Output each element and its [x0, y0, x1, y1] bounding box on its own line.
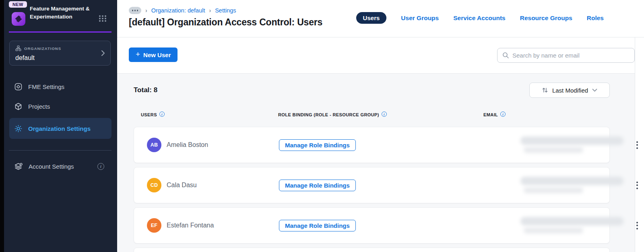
info-icon[interactable]: i	[500, 112, 506, 117]
info-icon[interactable]: i	[97, 163, 104, 170]
info-icon[interactable]: i	[159, 112, 165, 117]
sidebar: NEW Feature Management & Experimentation	[4, 0, 117, 252]
organization-selector[interactable]: ORGANIZATIONS default	[9, 41, 111, 66]
app-window: NEW Feature Management & Experimentation	[0, 0, 644, 252]
search-input[interactable]	[512, 52, 630, 59]
sidebar-item-fme-settings[interactable]: FME Settings	[9, 79, 111, 94]
chevron-right-icon	[101, 50, 105, 56]
sidebar-divider	[9, 150, 111, 151]
column-role-binding: ROLE BINDING (ROLE - RESOURCE GROUP) i	[278, 112, 483, 117]
total-count: Total: 8	[134, 86, 157, 94]
main-area: › Organization: default › Settings [defa…	[117, 0, 644, 252]
cube-icon	[14, 102, 23, 111]
avatar: CD	[147, 178, 161, 192]
content-right-border	[635, 37, 635, 252]
access-control-tabs: Users User Groups Service Accounts Resou…	[356, 12, 604, 24]
app-switcher-icon[interactable]	[99, 15, 107, 22]
app-logo-icon	[11, 12, 26, 26]
brand-accent-line	[9, 31, 111, 33]
table-row: AB Amelia Boston Manage Role Bindings	[134, 127, 610, 163]
new-user-button[interactable]: + New User	[129, 48, 178, 62]
row-menu-kebab-icon[interactable]	[629, 219, 644, 232]
sort-label: Last Modified	[552, 87, 588, 94]
sidebar-item-organization-settings[interactable]: Organization Settings	[9, 118, 111, 139]
sidebar-item-projects[interactable]: Projects	[9, 99, 111, 114]
search-box[interactable]	[497, 48, 635, 63]
sidebar-item-label: Account Settings	[29, 163, 74, 170]
row-menu-kebab-icon[interactable]	[629, 179, 644, 192]
tab-users[interactable]: Users	[356, 12, 387, 24]
user-name: Amelia Boston	[167, 141, 208, 149]
user-rows: AB Amelia Boston Manage Role Bindings CD…	[134, 127, 610, 244]
column-users: USERS i	[141, 112, 278, 117]
org-selector-label: ORGANIZATIONS	[24, 46, 61, 51]
info-icon[interactable]: i	[382, 112, 387, 117]
manage-role-bindings-button[interactable]: Manage Role Bindings	[279, 180, 356, 191]
header-divider	[117, 37, 644, 37]
desktop-edge-strip	[0, 0, 4, 252]
new-badge: NEW	[9, 1, 27, 8]
breadcrumb: › Organization: default › Settings	[129, 7, 236, 14]
next-row-partial	[134, 248, 610, 252]
sort-dropdown[interactable]: Last Modified	[529, 83, 610, 98]
manage-role-bindings-button[interactable]: Manage Role Bindings	[279, 139, 356, 151]
table-header-row: USERS i ROLE BINDING (ROLE - RESOURCE GR…	[134, 112, 610, 117]
chevron-separator: ›	[209, 7, 211, 14]
sidebar-item-label: FME Settings	[28, 83, 64, 90]
breadcrumb-link-settings[interactable]: Settings	[215, 7, 236, 14]
layers-gear-icon	[14, 162, 23, 171]
sidebar-item-label: Organization Settings	[28, 125, 91, 132]
avatar: EF	[147, 218, 161, 233]
redacted-email	[520, 214, 629, 237]
app-title: Feature Management & Experimentation	[30, 5, 94, 21]
breadcrumb-link-organization[interactable]: Organization: default	[151, 7, 205, 14]
tab-user-groups[interactable]: User Groups	[401, 14, 439, 22]
search-icon	[502, 52, 509, 59]
tab-resource-groups[interactable]: Resource Groups	[520, 14, 572, 22]
sidebar-item-account-settings[interactable]: Account Settings i	[9, 159, 111, 174]
sort-arrows-icon	[542, 87, 548, 93]
page-title: [default] Organization Access Control: U…	[129, 17, 322, 28]
table-row: CD Cala Dasu Manage Role Bindings	[134, 167, 610, 203]
plus-icon: +	[136, 50, 140, 59]
fme-icon	[14, 83, 23, 91]
table-row: EF Estefan Fontana Manage Role Bindings	[134, 207, 610, 244]
user-name: Cala Dasu	[167, 182, 197, 189]
sidebar-item-label: Projects	[28, 103, 50, 110]
user-name: Estefan Fontana	[167, 222, 214, 229]
org-selector-value: default	[15, 54, 35, 62]
redacted-email	[520, 174, 629, 196]
avatar: AB	[147, 138, 161, 152]
breadcrumb-ellipsis-icon[interactable]	[129, 7, 141, 14]
chevron-down-icon	[592, 89, 597, 92]
chevron-separator: ›	[145, 7, 147, 14]
org-hierarchy-icon	[15, 45, 21, 51]
column-email: EMAIL i	[483, 112, 610, 117]
tab-service-accounts[interactable]: Service Accounts	[453, 14, 506, 22]
manage-role-bindings-button[interactable]: Manage Role Bindings	[279, 220, 356, 231]
row-menu-kebab-icon[interactable]	[629, 139, 644, 151]
users-content: Total: 8 Last Modified US	[117, 73, 635, 252]
redacted-email	[520, 134, 629, 156]
gear-icon	[14, 124, 23, 133]
tab-roles[interactable]: Roles	[587, 14, 604, 22]
